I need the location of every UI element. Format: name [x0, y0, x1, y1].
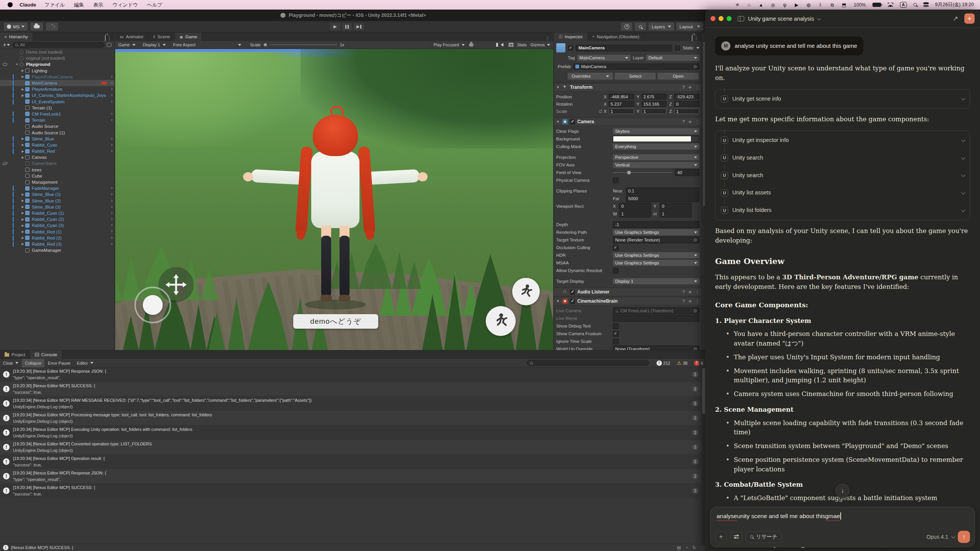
chevron-right-icon[interactable]: › [111, 99, 113, 104]
cloud-button[interactable] [31, 23, 43, 31]
status-icon[interactable]: ⬒ [841, 2, 847, 8]
share-icon[interactable]: ↗ [953, 15, 958, 23]
z-field[interactable]: 0 [674, 101, 699, 107]
hierarchy-item[interactable]: Terrain › [0, 117, 114, 123]
hierarchy-item[interactable]: ▼ Playground › [0, 61, 114, 67]
tool-call-row[interactable]: U Unity get scene info [721, 90, 964, 108]
chevron-down-icon[interactable] [961, 155, 965, 160]
tag-dropdown[interactable]: MainCamera [577, 55, 630, 61]
status-icon[interactable]: ♘ [746, 2, 752, 8]
layout-dropdown[interactable]: Layout [676, 23, 703, 31]
expand-arrow-icon[interactable]: ▶ [20, 230, 25, 233]
chevron-down-icon[interactable] [961, 173, 965, 177]
scroll-to-bottom-button[interactable]: ↓ [835, 484, 850, 498]
hierarchy-item[interactable]: Demo (not loaded) › [0, 49, 114, 55]
hierarchy-item[interactable]: ▶ Rabbit_Cyan (3) › [0, 222, 114, 228]
error-count-badge[interactable]: !6 [691, 359, 706, 367]
transform-header[interactable]: ▼ Transform ?≑⋮ [554, 83, 702, 91]
chevron-right-icon[interactable]: › [111, 74, 113, 79]
expand-arrow-icon[interactable]: ▶ [20, 150, 25, 153]
x-field[interactable]: -468.854 [609, 94, 634, 99]
pause-button[interactable] [341, 23, 353, 31]
inspector-row[interactable]: MSAA Use Graphics Settings Use Graphics … [556, 259, 699, 266]
chevron-right-icon[interactable]: › [111, 198, 113, 203]
unity-statusbar[interactable]: ! [Nexus Editor MCP] SUCCESS: { ▤ ◔ ↻ ◌ [0, 544, 706, 551]
display-dropdown[interactable]: Display 1 [140, 41, 169, 49]
inspector-row[interactable]: Show Camera Frustum ⊙ ⊙ [556, 330, 699, 337]
hierarchy-item[interactable]: GameObject › [0, 160, 114, 166]
console-log-entry[interactable]: ! [19:20:34] [Nexus Editor MCP] SUCCESS:… [0, 484, 701, 498]
send-button[interactable]: ↑ [958, 531, 970, 543]
expand-arrow-icon[interactable]: ▶ [20, 156, 25, 159]
z-field[interactable]: -529.423 [674, 94, 699, 99]
account-dropdown[interactable]: MS [4, 23, 28, 31]
error-pause-button[interactable]: Error Pause [45, 359, 74, 367]
status-icon[interactable]: ᛒ [817, 2, 823, 8]
chevron-right-icon[interactable]: › [111, 86, 113, 91]
panel-menu[interactable]: ⋮ [102, 36, 115, 41]
audio-listener-header[interactable]: ▼ Audio Listener ?≑⋮ [554, 288, 702, 296]
model-selector[interactable]: Opus 4.1 [926, 534, 954, 540]
expand-arrow-icon[interactable]: ▶ [20, 199, 25, 202]
input-source-icon[interactable]: A [900, 2, 907, 8]
chevron-down-icon[interactable] [961, 190, 965, 194]
message-input-box[interactable]: analyse unity scene and tell me about th… [710, 507, 975, 547]
menubar-clock[interactable]: 9月26日(金) 19:20 [935, 2, 974, 8]
chevron-right-icon[interactable]: › [111, 92, 113, 98]
chevron-right-icon[interactable]: › [111, 228, 113, 234]
minimize-button[interactable] [719, 16, 724, 21]
expand-arrow-icon[interactable]: ▶ [20, 193, 25, 196]
attach-button[interactable]: + [715, 531, 727, 543]
expand-arrow-icon[interactable]: ▶ [20, 218, 25, 221]
inspector-row[interactable]: 5000 Far5000 5000 5000⊙ 5000 5000⊙ 5000 [556, 195, 699, 202]
hierarchy-item[interactable]: MainCamera › [0, 80, 114, 86]
hierarchy-item[interactable]: Management › [0, 179, 114, 185]
inspector-row[interactable]: Projection Perspective Perspective Persp… [556, 154, 699, 161]
tab-navigation[interactable]: ⌖Navigation (Obsolete) [588, 33, 644, 41]
gizmos-dropdown[interactable]: Gizmos [531, 42, 550, 47]
lock-icon[interactable] [105, 35, 106, 41]
tool-call-row[interactable]: U Unity search [721, 167, 964, 184]
console-log-entry[interactable]: ! [19:20:34] [Nexus Editor MCP] Response… [0, 469, 701, 484]
expand-arrow-icon[interactable]: ▶ [20, 88, 25, 91]
inspector-row[interactable]: HDR Use Graphics Settings Use Graphics S… [556, 252, 699, 259]
chevron-down-icon[interactable] [7, 44, 10, 46]
component-checkbox[interactable] [570, 299, 575, 304]
zoom-button[interactable] [727, 16, 732, 21]
inspector-row[interactable]: Live Blend ⊙ ⊙ [556, 315, 699, 322]
grid-icon[interactable]: ▤ [677, 545, 681, 550]
component-checkbox[interactable] [570, 119, 575, 124]
cinemachine-brain-header[interactable]: ▼ CinemachineBrain ?≑⋮ [554, 297, 702, 305]
expand-arrow-icon[interactable]: ▶ [20, 236, 25, 240]
editor-dropdown[interactable]: Editor [74, 359, 96, 367]
inspector-row[interactable]: Target Texture None (Render Texture) Non… [556, 236, 699, 243]
hierarchy-item[interactable]: ▶ Slime_Blue (3) › [0, 204, 114, 210]
hierarchy-item[interactable]: ▶ PlayerFollowCamera › [0, 74, 114, 80]
expand-arrow-icon[interactable]: ▶ [20, 211, 25, 215]
inspector-row[interactable]: Viewport Rect ⊙ X0Y0 Y0 ⊙ [556, 203, 699, 210]
tab-animator[interactable]: ⋈Animator [115, 33, 149, 41]
tab-game[interactable]: ◉Game [175, 33, 202, 41]
vsync-grid-icon[interactable] [509, 43, 513, 47]
tab-scene[interactable]: #Scene [149, 33, 175, 41]
warning-count-badge[interactable]: ⚠38 [673, 359, 691, 367]
aspect-dropdown[interactable]: Free Aspect [170, 41, 245, 49]
y-field[interactable]: 1 [642, 108, 667, 114]
panel-menu[interactable]: ⋮ [542, 36, 553, 41]
hierarchy-item[interactable]: UI_EventSystem › [0, 99, 114, 105]
chevron-right-icon[interactable]: › [111, 80, 113, 85]
inspector-row[interactable]: Rendering Path Use Graphics Settings Use… [556, 229, 699, 236]
hierarchy-item[interactable]: original (not loaded) › [0, 55, 114, 61]
expand-arrow-icon[interactable]: ▶ [20, 69, 25, 72]
chevron-right-icon[interactable]: › [111, 204, 113, 209]
active-checkbox[interactable] [568, 46, 573, 51]
chevron-right-icon[interactable]: › [111, 235, 113, 240]
hierarchy-item[interactable]: CM FreeLook1 › [0, 111, 114, 117]
prefab-field[interactable]: MainCamera⊙ [573, 64, 699, 70]
inspector-row[interactable]: Background ⊙ ⊙ [556, 135, 699, 142]
checkbox[interactable] [613, 331, 699, 337]
panel-menu[interactable]: ⋮ [689, 36, 702, 41]
inspector-row[interactable]: Occlusion Culling ⊙ ⊙ [556, 244, 699, 251]
chevron-right-icon[interactable]: › [111, 111, 113, 116]
checkbox[interactable] [613, 268, 699, 274]
